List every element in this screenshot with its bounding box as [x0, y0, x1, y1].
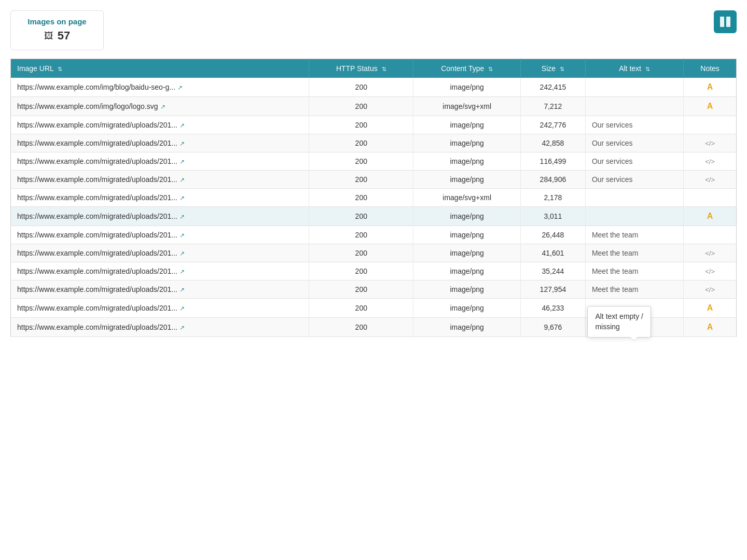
cell-status: 200	[309, 134, 413, 152]
cell-alt-text: Meet the team	[585, 226, 683, 244]
external-link-icon[interactable]: ↗	[179, 232, 185, 239]
note-a-icon[interactable]: A	[707, 323, 713, 331]
cell-size: 3,011	[520, 207, 585, 226]
sort-icon-url: ⇅	[58, 66, 62, 73]
note-code-icon[interactable]: </>	[705, 176, 715, 184]
cell-size: 46,233	[520, 299, 585, 318]
tooltip-line2: missing	[595, 323, 619, 331]
external-link-icon[interactable]: ↗	[177, 84, 183, 91]
url-text: https://www.example.com/migrated/uploads…	[17, 267, 177, 275]
cell-size: 7,212	[520, 97, 585, 116]
external-link-icon[interactable]: ↗	[179, 122, 185, 129]
url-text: https://www.example.com/migrated/uploads…	[17, 249, 177, 257]
cell-status: 200	[309, 299, 413, 318]
cell-content-type: image/png	[413, 281, 520, 299]
url-text: https://www.example.com/migrated/uploads…	[17, 212, 177, 220]
col-header-status[interactable]: HTTP Status ⇅	[309, 59, 413, 78]
external-link-icon[interactable]: ↗	[179, 194, 185, 202]
cell-notes[interactable]	[684, 226, 737, 244]
cell-size: 242,415	[520, 78, 585, 97]
cell-url: https://www.example.com/migrated/uploads…	[11, 262, 309, 281]
cell-notes[interactable]: A	[684, 97, 737, 116]
cell-notes[interactable]: A	[684, 78, 737, 97]
table-header-row: Image URL ⇅ HTTP Status ⇅ Content Type ⇅…	[11, 59, 737, 78]
cell-notes[interactable]: A	[684, 299, 737, 318]
page-wrapper: Images on page 🖼 57 Image URL ⇅ HTTP St	[0, 0, 747, 560]
cell-alt-text: Our services	[585, 152, 683, 171]
external-link-icon[interactable]: ↗	[179, 305, 185, 312]
cell-content-type: image/png	[413, 116, 520, 134]
cell-status: 200	[309, 152, 413, 171]
col-header-content-type[interactable]: Content Type ⇅	[413, 59, 520, 78]
external-link-icon[interactable]: ↗	[179, 176, 185, 184]
cell-content-type: image/png	[413, 299, 520, 318]
cell-size: 26,448	[520, 226, 585, 244]
cell-content-type: image/svg+xml	[413, 97, 520, 116]
cell-notes[interactable]	[684, 189, 737, 207]
col-header-alt[interactable]: Alt text ⇅	[585, 59, 683, 78]
note-code-icon[interactable]: </>	[705, 268, 715, 275]
cell-url: https://www.example.com/migrated/uploads…	[11, 318, 309, 337]
cell-notes[interactable]	[684, 116, 737, 134]
cell-content-type: image/png	[413, 171, 520, 189]
external-link-icon[interactable]: ↗	[179, 158, 185, 165]
url-text: https://www.example.com/migrated/uploads…	[17, 285, 177, 293]
cell-status: 200	[309, 281, 413, 299]
url-text: https://www.example.com/migrated/uploads…	[17, 121, 177, 129]
table-row: https://www.example.com/migrated/uploads…	[11, 116, 737, 134]
cell-notes[interactable]: </>	[684, 281, 737, 299]
column-toggle-button[interactable]	[714, 10, 737, 33]
note-code-icon[interactable]: </>	[705, 286, 715, 293]
note-code-icon[interactable]: </>	[705, 158, 715, 165]
external-link-icon[interactable]: ↗	[179, 268, 185, 275]
note-code-icon[interactable]: </>	[705, 139, 715, 147]
external-link-icon[interactable]: ↗	[160, 103, 165, 110]
cell-content-type: image/png	[413, 207, 520, 226]
external-link-icon[interactable]: ↗	[179, 286, 185, 293]
external-link-icon[interactable]: ↗	[179, 324, 185, 331]
cell-notes[interactable]: </>	[684, 244, 737, 262]
cell-size: 41,601	[520, 244, 585, 262]
cell-notes[interactable]: A	[684, 318, 737, 337]
url-text: https://www.example.com/migrated/uploads…	[17, 304, 177, 312]
note-code-icon[interactable]: </>	[705, 249, 715, 257]
cell-url: https://www.example.com/migrated/uploads…	[11, 152, 309, 171]
cell-notes[interactable]: </>	[684, 152, 737, 171]
cell-notes[interactable]: A	[684, 207, 737, 226]
sort-icon-status: ⇅	[382, 66, 386, 73]
cell-alt-text: Meet the team	[585, 244, 683, 262]
cell-notes[interactable]: </>	[684, 262, 737, 281]
cell-status: 200	[309, 171, 413, 189]
table-row: https://www.example.com/migrated/uploads…	[11, 226, 737, 244]
cell-alt-text	[585, 189, 683, 207]
cell-alt-text	[585, 207, 683, 226]
cell-notes[interactable]: </>	[684, 134, 737, 152]
cell-url: https://www.example.com/img/blog/baidu-s…	[11, 78, 309, 97]
cell-content-type: image/png	[413, 152, 520, 171]
cell-url: https://www.example.com/img/logo/logo.sv…	[11, 97, 309, 116]
table-row: https://www.example.com/migrated/uploads…	[11, 189, 737, 207]
col-header-url[interactable]: Image URL ⇅	[11, 59, 309, 78]
svg-rect-1	[726, 17, 730, 27]
note-a-icon[interactable]: A	[707, 303, 713, 312]
external-link-icon[interactable]: ↗	[179, 213, 185, 220]
cell-url: https://www.example.com/migrated/uploads…	[11, 244, 309, 262]
cell-status: 200	[309, 97, 413, 116]
note-a-icon[interactable]: A	[707, 82, 713, 91]
cell-status: 200	[309, 262, 413, 281]
note-a-icon[interactable]: A	[707, 102, 713, 110]
url-text: https://www.example.com/migrated/uploads…	[17, 139, 177, 147]
external-link-icon[interactable]: ↗	[179, 250, 185, 257]
note-a-icon[interactable]: A	[707, 212, 713, 220]
cell-alt-text	[585, 78, 683, 97]
cell-content-type: image/png	[413, 318, 520, 337]
col-header-size[interactable]: Size ⇅	[520, 59, 585, 78]
alt-text-tooltip: Alt text empty / missing	[587, 306, 651, 338]
external-link-icon[interactable]: ↗	[179, 140, 185, 147]
image-icon: 🖼	[44, 31, 53, 41]
cell-notes[interactable]: </>	[684, 171, 737, 189]
cell-alt-text: Meet the team	[585, 262, 683, 281]
url-text: https://www.example.com/img/logo/logo.sv…	[17, 102, 158, 110]
cell-content-type: image/svg+xml	[413, 189, 520, 207]
url-text: https://www.example.com/img/blog/baidu-s…	[17, 83, 175, 91]
